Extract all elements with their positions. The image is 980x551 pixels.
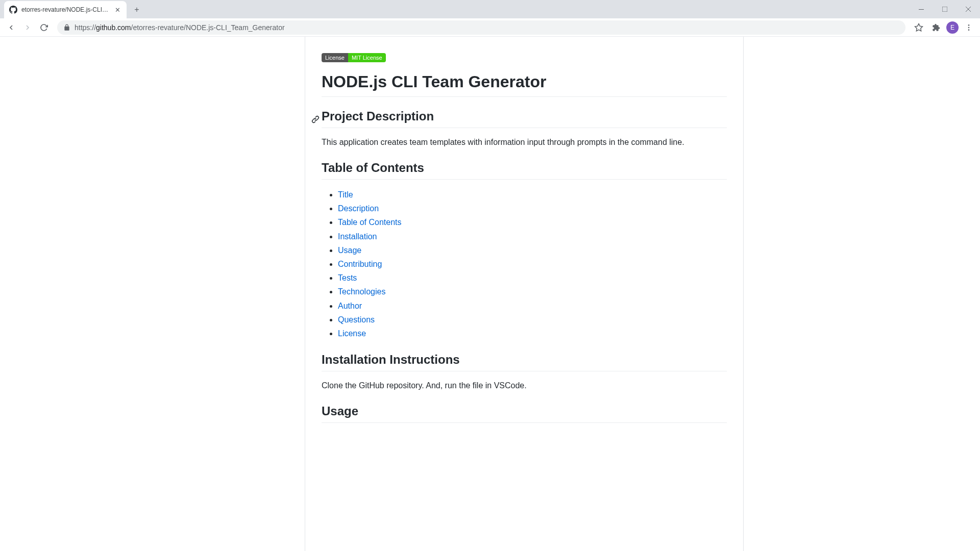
close-window-button[interactable]	[957, 0, 980, 18]
toc-link[interactable]: Table of Contents	[338, 218, 402, 227]
heading-usage: Usage	[322, 404, 727, 423]
list-item: Questions	[338, 313, 727, 327]
install-text: Clone the GitHub repository. And, run th…	[322, 380, 727, 392]
readme-title: NODE.js CLI Team Generator	[322, 72, 727, 97]
browser-tab[interactable]: etorres-revature/NODE.js-CLI_Te ✕	[4, 1, 127, 18]
list-item: Contributing	[338, 257, 727, 271]
nav-bar: https://github.com/etorres-revature/NODE…	[0, 18, 980, 37]
list-item: Installation	[338, 230, 727, 243]
minimize-button[interactable]	[910, 0, 933, 18]
list-item: Technologies	[338, 285, 727, 298]
svg-point-7	[968, 29, 970, 31]
tab-title: etorres-revature/NODE.js-CLI_Te	[21, 6, 109, 13]
toc-link[interactable]: Questions	[338, 315, 375, 324]
toc-link[interactable]: Author	[338, 302, 362, 310]
description-text: This application creates team templates …	[322, 136, 727, 148]
heading-toc: Table of Contents	[322, 161, 727, 180]
toc-link[interactable]: Installation	[338, 232, 377, 241]
badge-value: MIT License	[348, 53, 386, 62]
svg-rect-0	[919, 9, 924, 10]
reload-button[interactable]	[37, 20, 51, 35]
extensions-icon[interactable]	[929, 20, 943, 35]
list-item: Description	[338, 202, 727, 215]
toc-link[interactable]: Technologies	[338, 287, 385, 296]
list-item: License	[338, 327, 727, 340]
heading-description: Project Description	[322, 109, 727, 128]
list-item: Author	[338, 299, 727, 313]
toc-link[interactable]: Usage	[338, 246, 361, 255]
toc-link[interactable]: Contributing	[338, 260, 382, 268]
profile-avatar[interactable]: E	[946, 21, 959, 34]
chrome-menu-icon[interactable]	[962, 20, 976, 35]
svg-marker-4	[915, 23, 923, 31]
license-badge[interactable]: License MIT License	[322, 53, 386, 62]
badge-label: License	[322, 53, 348, 62]
lock-icon	[63, 24, 70, 31]
toc-link[interactable]: Title	[338, 190, 353, 199]
toc-link[interactable]: Description	[338, 204, 379, 213]
svg-point-6	[968, 27, 970, 28]
window-controls	[910, 0, 980, 18]
new-tab-button[interactable]: +	[130, 3, 144, 17]
forward-button[interactable]	[20, 20, 35, 35]
svg-point-5	[968, 24, 970, 26]
heading-install: Installation Instructions	[322, 353, 727, 371]
toc-link[interactable]: Tests	[338, 273, 357, 282]
tab-bar: etorres-revature/NODE.js-CLI_Te ✕ +	[0, 0, 980, 18]
list-item: Table of Contents	[338, 215, 727, 229]
bookmark-star-icon[interactable]	[912, 20, 926, 35]
anchor-link-icon[interactable]	[311, 112, 320, 127]
maximize-button[interactable]	[933, 0, 957, 18]
github-favicon-icon	[9, 6, 17, 14]
list-item: Title	[338, 188, 727, 202]
list-item: Usage	[338, 243, 727, 257]
svg-rect-1	[942, 7, 947, 12]
page-viewport[interactable]: License MIT License NODE.js CLI Team Gen…	[0, 37, 980, 551]
list-item: Tests	[338, 271, 727, 285]
back-button[interactable]	[4, 20, 18, 35]
toc-list: Title Description Table of Contents Inst…	[322, 188, 727, 340]
readme-container: License MIT License NODE.js CLI Team Gen…	[305, 37, 744, 551]
url-text: https://github.com/etorres-revature/NODE…	[75, 23, 285, 32]
address-bar[interactable]: https://github.com/etorres-revature/NODE…	[57, 20, 905, 35]
close-tab-icon[interactable]: ✕	[113, 6, 121, 14]
toc-link[interactable]: License	[338, 329, 366, 338]
